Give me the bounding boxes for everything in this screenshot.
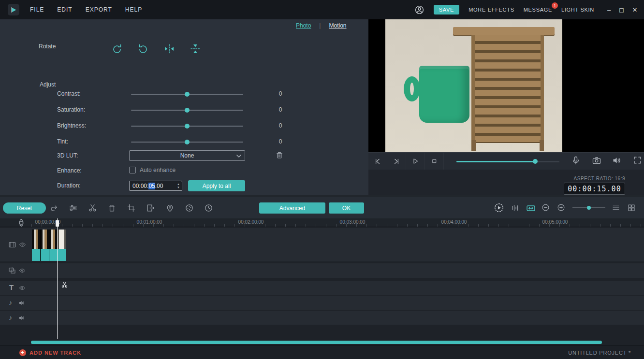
- export-frame-icon[interactable]: [146, 203, 155, 213]
- slider-knob[interactable]: [185, 92, 190, 97]
- video-frame: [385, 19, 562, 152]
- tab-motion[interactable]: Motion: [329, 22, 346, 29]
- flip-vertical-icon[interactable]: [190, 43, 201, 55]
- titlebar: FILE EDIT EXPORT HELP SAVE MORE EFFECTS …: [0, 0, 644, 19]
- minimize-button[interactable]: –: [607, 6, 611, 14]
- overlay-track-row[interactable]: [0, 263, 644, 278]
- saturation-slider[interactable]: [131, 107, 243, 113]
- split-scissors-icon[interactable]: [88, 203, 97, 213]
- audio-track-row-2[interactable]: [0, 311, 644, 325]
- color-palette-icon[interactable]: [185, 203, 194, 213]
- reset-button[interactable]: Reset: [3, 202, 46, 214]
- pip-track-icon: [8, 267, 16, 274]
- wooden-rack-top: [453, 27, 555, 35]
- video-preview[interactable]: [368, 19, 644, 152]
- rack-leg: [540, 140, 544, 151]
- timeline-gutter-icon[interactable]: [18, 219, 25, 227]
- slider-knob[interactable]: [185, 140, 190, 144]
- fullscreen-icon[interactable]: [633, 156, 644, 167]
- menu-help[interactable]: HELP: [125, 6, 142, 13]
- stepper-down-icon[interactable]: ▼: [177, 186, 180, 189]
- message-button[interactable]: MESSAGE 1: [524, 7, 552, 13]
- seek-knob[interactable]: [533, 159, 538, 164]
- zoom-in-icon[interactable]: [557, 203, 566, 213]
- crop-icon[interactable]: [127, 203, 136, 213]
- light-skin-button[interactable]: LIGHT SKIN: [561, 7, 594, 13]
- next-frame-button[interactable]: [387, 153, 406, 170]
- auto-enhance-checkbox[interactable]: [129, 167, 136, 173]
- photo-edit-panel: Photo | Motion Rotate Adjust Contrast: 0…: [0, 19, 368, 195]
- tint-slider[interactable]: [131, 139, 243, 145]
- text-track-visibility-eye-icon[interactable]: [19, 285, 26, 291]
- flip-horizontal-icon[interactable]: [163, 43, 175, 55]
- video-track-visibility-eye-icon[interactable]: [19, 241, 26, 248]
- menu-file[interactable]: FILE: [30, 6, 44, 13]
- play-button[interactable]: [406, 153, 425, 170]
- music-track-1-icon: ♪: [9, 299, 12, 306]
- menubar: FILE EDIT EXPORT HELP: [30, 6, 142, 13]
- zoom-out-icon[interactable]: [542, 203, 551, 213]
- rotate-ccw-icon[interactable]: [137, 43, 149, 55]
- ruler-label: 00:03:00:00: [340, 219, 366, 225]
- tab-photo[interactable]: Photo: [296, 22, 311, 29]
- more-effects-button[interactable]: MORE EFFECTS: [468, 7, 514, 13]
- playhead-handle[interactable]: [56, 220, 59, 227]
- pip-track-visibility-eye-icon[interactable]: [19, 267, 26, 274]
- lut-delete-icon[interactable]: [275, 150, 285, 161]
- audio-track-row-1[interactable]: [0, 296, 644, 310]
- clip-segment: [49, 230, 58, 261]
- voiceover-mic-icon[interactable]: [571, 156, 582, 167]
- maximize-button[interactable]: ◻: [619, 6, 625, 14]
- stepper-up-icon[interactable]: ▲: [177, 183, 180, 186]
- stop-button[interactable]: [425, 153, 444, 170]
- close-button[interactable]: ✕: [632, 6, 638, 14]
- preview-panel: ASPECT RATIO: 16:9 00:00:15.00: [368, 19, 644, 195]
- apply-to-all-button[interactable]: Apply to all: [188, 180, 245, 191]
- slider-knob[interactable]: [185, 108, 190, 113]
- video-clip[interactable]: [32, 230, 66, 261]
- brightness-label: Brightness:: [57, 122, 86, 129]
- account-icon[interactable]: [414, 5, 424, 15]
- current-timecode[interactable]: 00:00:15.00: [564, 183, 625, 195]
- duration-stepper[interactable]: ▲▼: [177, 183, 182, 189]
- list-view-icon[interactable]: [612, 203, 621, 213]
- brightness-slider[interactable]: [131, 123, 243, 129]
- contrast-slider[interactable]: [131, 91, 243, 97]
- redo-icon[interactable]: [49, 203, 59, 213]
- marker-icon[interactable]: [165, 203, 175, 213]
- music-track-2-mute-icon[interactable]: [18, 315, 25, 321]
- delete-trash-icon[interactable]: [107, 203, 117, 213]
- volume-icon[interactable]: [612, 156, 623, 167]
- music-track-1-mute-icon[interactable]: [18, 300, 25, 306]
- advanced-button[interactable]: Advanced: [259, 202, 325, 214]
- adjust-sliders-icon[interactable]: [69, 203, 78, 213]
- contrast-label: Contrast:: [57, 90, 81, 97]
- snapshot-camera-icon[interactable]: [592, 156, 603, 167]
- ok-button[interactable]: OK: [329, 202, 364, 214]
- playhead[interactable]: [57, 218, 58, 339]
- seek-slider[interactable]: [456, 158, 559, 164]
- add-new-track-button[interactable]: + ADD NEW TRACK: [19, 349, 81, 356]
- lut-dropdown[interactable]: None: [129, 150, 245, 161]
- audio-mixer-icon[interactable]: [511, 203, 520, 213]
- duration-input[interactable]: 00:00:05.00 ▲▼: [129, 181, 182, 191]
- render-preview-icon[interactable]: [494, 202, 504, 213]
- plus-circle-icon: +: [19, 349, 26, 356]
- fit-timeline-icon[interactable]: [526, 203, 535, 213]
- video-track-row[interactable]: [0, 228, 644, 261]
- zoom-knob[interactable]: [587, 206, 591, 210]
- timeline-ruler[interactable]: 00:00:00:00 00:01:00:00 00:02:00:00 00:0…: [0, 218, 644, 227]
- menu-edit[interactable]: EDIT: [57, 6, 72, 13]
- slider-knob[interactable]: [185, 124, 190, 129]
- save-button[interactable]: SAVE: [434, 5, 459, 14]
- lut-label: 3D LUT:: [57, 152, 78, 159]
- mug-handle: [404, 76, 420, 101]
- menu-export[interactable]: EXPORT: [86, 6, 112, 13]
- grid-view-icon[interactable]: [627, 203, 636, 213]
- speed-clock-icon[interactable]: [204, 203, 213, 213]
- text-track-row[interactable]: [0, 281, 644, 295]
- rotate-cw-icon[interactable]: [111, 43, 123, 55]
- timeline-zoom-slider[interactable]: [572, 205, 605, 211]
- timeline-horizontal-scrollbar[interactable]: [31, 341, 602, 344]
- skip-to-start-button[interactable]: [368, 153, 387, 170]
